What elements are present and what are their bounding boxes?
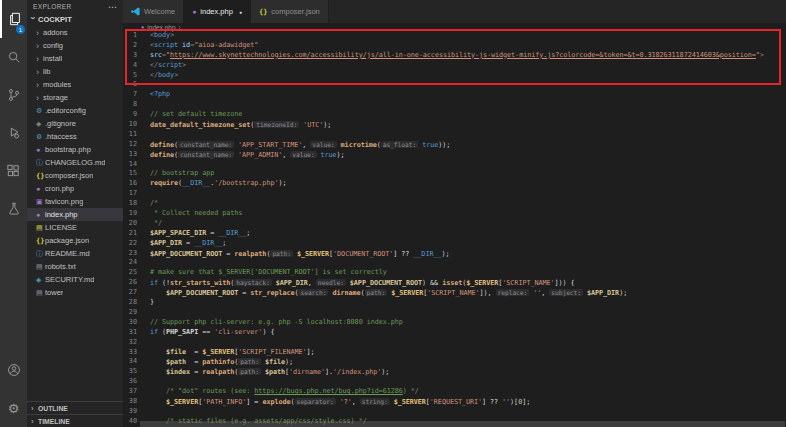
code-text: // bootstrap app bbox=[150, 169, 214, 179]
tab-index.php[interactable]: ●index.php● bbox=[184, 0, 251, 23]
code-line-35[interactable]: 35 $index = realpath(path: $path['dirnam… bbox=[123, 367, 786, 377]
code-line-7[interactable]: 7<?php bbox=[123, 90, 786, 100]
text-icon: ▤ bbox=[36, 263, 45, 271]
code-line-26[interactable]: 26if (!str_starts_with(haystack: $APP_DI… bbox=[123, 278, 786, 288]
explorer-icon[interactable]: 1 bbox=[0, 0, 27, 38]
file-item-composer.json[interactable]: {}composer.json bbox=[27, 169, 123, 182]
line-number: 6 bbox=[123, 80, 137, 90]
code-editor[interactable]: 1<body>2<script id="aioa-adawidget"3src=… bbox=[123, 31, 786, 427]
code-line-29[interactable]: 29 bbox=[123, 308, 786, 318]
code-line-17[interactable]: 17 bbox=[123, 189, 786, 199]
horizontal-scrollbar[interactable] bbox=[140, 421, 785, 427]
line-number: 11 bbox=[123, 130, 137, 140]
item-label: .htaccess bbox=[45, 132, 77, 141]
code-line-13[interactable]: 13define(constant_name: 'APP_ADMIN', val… bbox=[123, 150, 786, 160]
testing-icon[interactable] bbox=[0, 190, 27, 228]
code-line-11[interactable]: 11 bbox=[123, 130, 786, 140]
item-label: README.md bbox=[45, 249, 90, 258]
code-line-32[interactable]: 32 bbox=[123, 338, 786, 348]
project-root-cockpit[interactable]: › COCKPIT bbox=[27, 13, 123, 26]
code-line-39[interactable]: 39 bbox=[123, 407, 786, 417]
line-number: 29 bbox=[123, 308, 137, 318]
line-number: 24 bbox=[123, 258, 137, 268]
file-item-tower[interactable]: ▤tower bbox=[27, 286, 123, 299]
code-text: src="https://www.skynettechnologies.com/… bbox=[150, 51, 764, 61]
search-icon[interactable] bbox=[0, 38, 27, 76]
source-control-icon[interactable] bbox=[0, 76, 27, 114]
folder-item-lib[interactable]: ›lib bbox=[27, 65, 123, 78]
code-line-22[interactable]: 22$APP_DIR = __DIR__; bbox=[123, 239, 786, 249]
code-line-14[interactable]: 14 bbox=[123, 160, 786, 170]
code-line-21[interactable]: 21$APP_SPACE_DIR = __DIR__; bbox=[123, 229, 786, 239]
code-text: define(constant_name: 'APP_ADMIN', value… bbox=[150, 150, 345, 160]
code-line-3[interactable]: 3src="https://www.skynettechnologies.com… bbox=[123, 51, 786, 61]
code-line-10[interactable]: 10date_default_timezone_set(timezoneId: … bbox=[123, 120, 786, 130]
outline-section[interactable]: › OUTLINE bbox=[27, 401, 123, 414]
tab-Welcome[interactable]: Welcome bbox=[123, 0, 184, 23]
code-line-16[interactable]: 16require(__DIR__.'/bootstrap.php'); bbox=[123, 179, 786, 189]
outline-label: OUTLINE bbox=[38, 405, 68, 412]
folder-item-addons[interactable]: ›addons bbox=[27, 26, 123, 39]
code-line-8[interactable]: 8 bbox=[123, 100, 786, 110]
more-actions-icon[interactable]: ⋯ bbox=[108, 4, 117, 10]
code-line-18[interactable]: 18/* bbox=[123, 199, 786, 209]
code-line-12[interactable]: 12define(constant_name: 'APP_START_TIME'… bbox=[123, 140, 786, 150]
item-label: config bbox=[43, 41, 63, 50]
code-line-36[interactable]: 36 bbox=[123, 377, 786, 387]
code-line-37[interactable]: 37 /* "dot" routes (see: https://bugs.ph… bbox=[123, 387, 786, 397]
file-item-SECURITY.md[interactable]: ◈SECURITY.md bbox=[27, 273, 123, 286]
code-line-19[interactable]: 19 * Collect needed paths bbox=[123, 209, 786, 219]
file-item-CHANGELOG.md[interactable]: ⓘCHANGELOG.md bbox=[27, 156, 123, 169]
folder-item-install[interactable]: ›install bbox=[27, 52, 123, 65]
code-line-34[interactable]: 34 $path = pathinfo(path: $file); bbox=[123, 357, 786, 367]
file-item-cron.php[interactable]: ●cron.php bbox=[27, 182, 123, 195]
code-line-1[interactable]: 1<body> bbox=[123, 31, 786, 41]
code-line-33[interactable]: 33 $file = $_SERVER['SCRIPT_FILENAME']; bbox=[123, 348, 786, 358]
item-label: install bbox=[43, 54, 62, 63]
code-line-25[interactable]: 25# make sure that $_SERVER['DOCUMENT_RO… bbox=[123, 268, 786, 278]
code-line-4[interactable]: 4</script> bbox=[123, 61, 786, 71]
file-item-package.json[interactable]: {}package.json bbox=[27, 234, 123, 247]
code-line-20[interactable]: 20 */ bbox=[123, 219, 786, 229]
line-number: 22 bbox=[123, 239, 137, 249]
code-line-38[interactable]: 38 $_SERVER['PATH_INFO'] = explode(separ… bbox=[123, 397, 786, 407]
code-line-30[interactable]: 30// Support php cli-server: e.g. php -S… bbox=[123, 318, 786, 328]
timeline-section[interactable]: › TIMELINE bbox=[27, 414, 123, 427]
item-label: storage bbox=[43, 93, 68, 102]
code-text: <script id="aioa-adawidget" bbox=[150, 41, 258, 51]
item-label: index.php bbox=[45, 210, 78, 219]
code-line-15[interactable]: 15// bootstrap app bbox=[123, 169, 786, 179]
project-name: COCKPIT bbox=[38, 15, 72, 24]
code-line-9[interactable]: 9// set default timezone bbox=[123, 110, 786, 120]
code-line-5[interactable]: 5</body> bbox=[123, 71, 786, 81]
folder-item-modules[interactable]: ›modules bbox=[27, 78, 123, 91]
file-item-LICENSE[interactable]: ▤LICENSE bbox=[27, 221, 123, 234]
file-item-.gitignore[interactable]: ◈.gitignore bbox=[27, 117, 123, 130]
code-line-27[interactable]: 27 $APP_DOCUMENT_ROOT = str_replace(sear… bbox=[123, 288, 786, 298]
account-icon[interactable] bbox=[0, 351, 27, 389]
tab-composer.json[interactable]: {}composer.json bbox=[251, 0, 329, 23]
extensions-icon[interactable] bbox=[0, 152, 27, 190]
folder-item-storage[interactable]: ›storage bbox=[27, 91, 123, 104]
item-label: composer.json bbox=[45, 171, 93, 180]
folder-item-config[interactable]: ›config bbox=[27, 39, 123, 52]
code-line-24[interactable]: 24 bbox=[123, 258, 786, 268]
file-item-index.php[interactable]: ●index.php bbox=[27, 208, 123, 221]
vscode-window: 1 ⚙ bbox=[0, 0, 786, 427]
file-item-.editorconfig[interactable]: ⚙.editorconfig bbox=[27, 104, 123, 117]
code-text: $APP_SPACE_DIR = __DIR__; bbox=[150, 229, 250, 239]
settings-gear-icon[interactable]: ⚙ bbox=[0, 389, 27, 427]
file-item-bootstrap.php[interactable]: ●bootstrap.php bbox=[27, 143, 123, 156]
run-and-debug-icon[interactable] bbox=[0, 114, 27, 152]
code-line-28[interactable]: 28} bbox=[123, 298, 786, 308]
breadcrumb-file: index.php bbox=[147, 24, 175, 31]
code-line-6[interactable]: 6 bbox=[123, 80, 786, 90]
file-item-favicon.png[interactable]: ▣favicon.png bbox=[27, 195, 123, 208]
code-line-2[interactable]: 2<script id="aioa-adawidget" bbox=[123, 41, 786, 51]
code-line-23[interactable]: 23$APP_DOCUMENT_ROOT = realpath(path: $_… bbox=[123, 249, 786, 259]
code-line-31[interactable]: 31if (PHP_SAPI == 'cli-server') { bbox=[123, 328, 786, 338]
file-item-robots.txt[interactable]: ▤robots.txt bbox=[27, 260, 123, 273]
file-item-README.md[interactable]: ⓘREADME.md bbox=[27, 247, 123, 260]
breadcrumb[interactable]: ● index.php › ... bbox=[123, 23, 786, 31]
file-item-.htaccess[interactable]: ⚙.htaccess bbox=[27, 130, 123, 143]
